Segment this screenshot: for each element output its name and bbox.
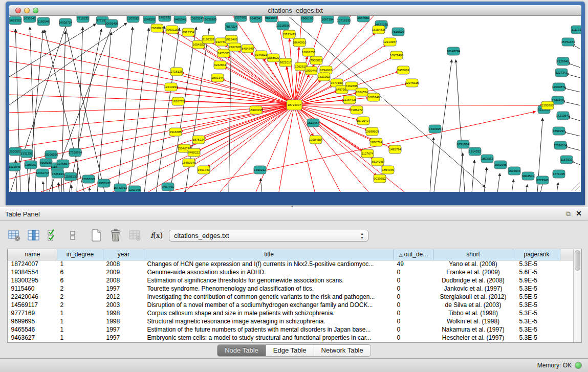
graph-edge[interactable] <box>176 87 294 105</box>
graph-node-label: 1931395 <box>20 152 33 155</box>
graph-edge[interactable] <box>563 88 580 92</box>
table-vertical-scrollbar[interactable] <box>573 249 581 342</box>
graph-edge[interactable] <box>260 179 262 192</box>
graph-edge[interactable] <box>58 183 59 192</box>
tab-edge-table[interactable]: Edge Table <box>266 344 314 357</box>
table-row[interactable]: 977716911998Corpus callosum shape and si… <box>8 309 574 317</box>
close-panel-icon[interactable]: ✕ <box>576 209 582 217</box>
new-table-button[interactable] <box>89 228 103 243</box>
column-header-pagerank[interactable]: pagerank <box>513 249 560 260</box>
network-window[interactable]: citations_edges.txt 16033922033945116054… <box>6 2 585 205</box>
graph-edge[interactable] <box>290 39 294 105</box>
column-header-name[interactable]: name <box>8 249 57 260</box>
import-table-button[interactable] <box>128 228 142 243</box>
table-cell: Disruption of a novel member of a sodium… <box>144 301 394 309</box>
graph-edge[interactable] <box>294 105 376 176</box>
graph-edge[interactable] <box>497 173 500 192</box>
graph-edge[interactable] <box>129 28 149 192</box>
graph-node-label: 1930212 <box>254 168 266 171</box>
graph-node-label: 1603392 <box>9 19 21 22</box>
graph-edge[interactable] <box>198 105 294 150</box>
column-header-year[interactable]: year <box>103 249 144 260</box>
tab-node-table[interactable]: Node Table <box>217 344 266 357</box>
table-cell: 6 <box>57 268 103 276</box>
graph-edge[interactable] <box>89 188 90 192</box>
graph-edge[interactable] <box>456 60 465 192</box>
graph-edge[interactable] <box>566 74 580 78</box>
graph-edge[interactable] <box>184 105 294 192</box>
graph-edge[interactable] <box>66 27 105 192</box>
graph-edge[interactable] <box>563 132 580 136</box>
table-cell-filler <box>560 268 574 276</box>
graph-edge[interactable] <box>9 24 96 77</box>
graph-edge[interactable] <box>181 73 294 105</box>
column-header-short[interactable]: short <box>433 249 513 260</box>
rows-icon <box>69 229 77 242</box>
table-cell: 49 <box>394 260 433 268</box>
table-row[interactable]: 1456911722003Disruption of a novel membe… <box>8 301 574 309</box>
graph-edge[interactable] <box>180 105 294 131</box>
table-row[interactable]: 1872400712008Changes of HCN gene express… <box>8 260 574 268</box>
graph-edge[interactable] <box>565 146 580 150</box>
table-selector-dropdown[interactable]: citations_edges.txt ▲▼ <box>169 230 368 242</box>
graph-edge[interactable] <box>562 101 580 105</box>
select-columns-button[interactable] <box>46 228 60 243</box>
row-height-button[interactable] <box>66 228 80 243</box>
network-canvas[interactable]: 1603392203394511605461405572477192359771… <box>9 16 581 192</box>
graph-node-label: 1495794 <box>389 148 401 151</box>
table-row[interactable]: 911546021997Tourette syndrome. Phenomeno… <box>8 285 574 293</box>
graph-edge[interactable] <box>193 105 294 161</box>
graph-edge[interactable] <box>540 184 542 192</box>
graph-node-label: 7719235 <box>77 17 89 20</box>
graph-edge[interactable] <box>294 105 404 192</box>
network-window-titlebar[interactable]: citations_edges.txt <box>9 5 581 16</box>
column-header-in_degree[interactable]: in_degree <box>57 249 103 260</box>
graph-edge[interactable] <box>170 27 197 192</box>
tab-network-table[interactable]: Network Table <box>314 344 371 357</box>
table-row[interactable]: 946554611997Estimation of the future num… <box>8 325 574 334</box>
graph-edge[interactable] <box>512 180 514 192</box>
graph-edge[interactable] <box>77 27 83 192</box>
table-row[interactable]: 2242004622012Investigating the contribut… <box>8 293 574 301</box>
table-cell: 9115460 <box>8 285 57 293</box>
float-panel-icon[interactable]: ⧉ <box>566 210 571 218</box>
table-row[interactable]: 969969511998Structural magnetic resonanc… <box>8 317 574 325</box>
graph-node-label: 16210643 <box>556 114 570 117</box>
column-header-out_de[interactable]: △out_de... <box>394 249 433 260</box>
table-panel-title: Table Panel <box>5 210 40 218</box>
delete-table-button[interactable] <box>108 228 123 243</box>
graph-edge[interactable] <box>229 35 231 192</box>
graph-edge[interactable] <box>557 183 558 192</box>
table-row[interactable]: 946362711997Embryonic stem cells: a mode… <box>8 334 574 342</box>
graph-edge[interactable] <box>71 185 72 192</box>
graph-edge[interactable] <box>294 105 340 192</box>
graph-edge[interactable] <box>430 138 433 192</box>
function-builder-button[interactable]: f(x) <box>150 231 163 239</box>
table-cell: 5.6E-5 <box>513 268 560 276</box>
graph-edge[interactable] <box>43 182 44 192</box>
show-columns-button[interactable] <box>27 228 41 243</box>
graph-edge[interactable] <box>148 105 294 192</box>
table-options-button[interactable] <box>7 228 21 243</box>
graph-edge[interactable] <box>279 105 294 192</box>
graph-edge[interactable] <box>484 167 487 192</box>
graph-node-label: 2687682 <box>357 16 369 19</box>
memory-ok-indicator[interactable] <box>575 362 582 369</box>
column-header-title[interactable]: title <box>144 249 394 260</box>
network-graph-svg[interactable]: 1603392203394511605461405572477192359771… <box>9 16 581 192</box>
table-cell: Structural magnetic resonance image aver… <box>144 317 394 325</box>
graph-edge[interactable] <box>97 32 111 192</box>
table-row[interactable]: 1938455462009Genome-wide association stu… <box>8 268 574 276</box>
table-cell: 0 <box>394 293 433 301</box>
table-panel-header: Table Panel ⧉ ✕ <box>0 207 588 221</box>
graph-node-label: 7955812 <box>310 59 322 62</box>
scrollbar-thumb[interactable] <box>575 250 580 271</box>
graph-edge[interactable] <box>294 105 315 192</box>
graph-edge[interactable] <box>460 153 463 192</box>
table-row[interactable]: 1830029562008Estimation of significance … <box>8 276 574 285</box>
graph-edge[interactable] <box>526 185 528 192</box>
graph-node-label: 3624554 <box>356 91 368 94</box>
graph-edge[interactable] <box>294 105 543 105</box>
graph-edge[interactable] <box>207 105 294 167</box>
graph-edge[interactable] <box>156 28 180 192</box>
